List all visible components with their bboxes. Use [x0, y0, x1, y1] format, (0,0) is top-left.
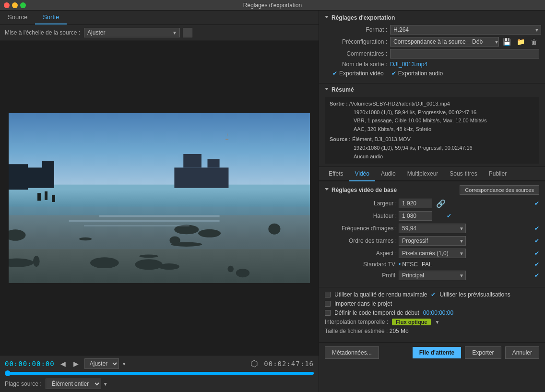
tab-effets[interactable]: Effets	[323, 167, 349, 181]
prev-frame-button[interactable]: ◀	[59, 360, 68, 368]
export-checkboxes: ✔ Exportation vidéo ✔ Exportation audio	[325, 70, 539, 77]
scale-label: Mise à l'échelle de la source :	[5, 29, 80, 36]
video-check-icon: ✔	[332, 70, 337, 77]
action-buttons: Métadonnées... File d'attente Exporter A…	[319, 342, 545, 363]
use-previews-label: Utiliser les prévisualisations	[439, 291, 510, 298]
source-select-wrapper: Élément entier ▼	[46, 379, 108, 389]
bottom-options: Utiliser la qualité de rendu maximale ✔ …	[319, 287, 545, 342]
preconfig-delete-icon[interactable]: 🗑	[529, 38, 539, 46]
framerate-select[interactable]: 59,94	[399, 224, 466, 233]
timeline-thumb[interactable]	[5, 370, 11, 376]
max-render-label: Utiliser la qualité de rendu maximale	[334, 291, 427, 298]
tv-check-icon: ✔	[534, 261, 539, 268]
window-controls[interactable]	[4, 2, 26, 8]
width-check-icon: ✔	[534, 200, 539, 207]
tab-video[interactable]: Vidéo	[349, 167, 375, 181]
queue-button[interactable]: File d'attente	[413, 347, 462, 358]
framerate-row: Fréquence d'images : 59,94 ▼ ✔	[325, 224, 539, 233]
export-audio-check[interactable]: ✔ Exportation audio	[391, 70, 443, 77]
aspect-label: Aspect :	[325, 250, 397, 257]
export-settings-section: Réglages d'exportation Format : H.264 ▼ …	[319, 11, 545, 83]
export-clip-button[interactable]: ⬡	[249, 358, 260, 369]
title-bar: Réglages d'exportation	[0, 0, 545, 11]
fit-select-wrapper: Ajuster ▼	[84, 358, 127, 369]
next-frame-button[interactable]: ▶	[71, 360, 81, 368]
summary-source-line2: 1920x1080 (1,0), 59,94 i/s, Progressif, …	[330, 144, 534, 153]
import-project-row: Importer dans le projet	[325, 300, 539, 307]
audio-check-icon: ✔	[391, 70, 396, 77]
pal-label: PAL	[422, 261, 432, 268]
output-name-value[interactable]: DJI_0013.mp4	[390, 61, 539, 68]
preconfig-select-wrapper: Correspondance à la source – Déb ▼ 💾 📁 🗑	[390, 37, 539, 47]
export-button[interactable]: Exporter	[465, 346, 501, 359]
pal-radio[interactable]: PAL	[422, 261, 432, 268]
interpolation-badge: Flux optique	[392, 319, 431, 325]
format-select-wrapper: H.264 ▼	[390, 25, 539, 35]
scale-row: Mise à l'échelle de la source : Ajuster …	[0, 25, 319, 41]
summary-source-label: Source :	[330, 136, 351, 142]
import-project-checkbox[interactable]	[325, 301, 331, 307]
import-project-label: Importer dans le projet	[334, 300, 392, 307]
tab-audio[interactable]: Audio	[375, 167, 402, 181]
aspect-check-icon: ✔	[534, 250, 539, 257]
summary-output-line2: 1920x1080 (1,0), 59,94 i/s, Progressive,…	[330, 108, 534, 117]
height-label: Hauteur :	[325, 213, 397, 219]
field-order-row: Ordre des trames : Progressif ▼ ✔	[325, 236, 539, 246]
preconfig-save-icon[interactable]: 💾	[501, 38, 513, 46]
timeline-area: 00:00:00:00 ◀ ▶ Ajuster ▼ ⬡ 00:02:47:16	[0, 355, 319, 392]
timeline-scrubber[interactable]	[5, 372, 314, 375]
section-triangle-icon[interactable]	[325, 16, 329, 20]
minimize-button[interactable]	[12, 2, 18, 8]
source-select[interactable]: Élément entier	[46, 379, 101, 389]
tv-radio-group: • NTSC PAL	[399, 261, 432, 268]
summary-source-name: Élément, DJI_0013.MOV	[352, 136, 411, 142]
ntsc-radio[interactable]: • NTSC	[399, 261, 418, 268]
link-dimensions-icon[interactable]: 🔗	[434, 199, 448, 208]
interpolation-arrow-icon[interactable]: ▼	[435, 320, 439, 325]
tab-source[interactable]: Source	[0, 11, 35, 24]
height-input[interactable]	[399, 211, 432, 221]
field-order-select[interactable]: Progressif	[399, 236, 466, 246]
correspondence-button[interactable]: Correspondance des sources	[460, 185, 539, 195]
metadata-button[interactable]: Métadonnées...	[325, 346, 379, 359]
set-timecode-checkbox[interactable]	[325, 310, 331, 316]
tv-standard-row: Standard TV: • NTSC PAL ✔	[325, 261, 539, 268]
field-order-select-wrapper: Progressif ▼	[399, 236, 464, 246]
timecode-end: 00:02:47:16	[264, 360, 314, 368]
close-button[interactable]	[4, 2, 10, 8]
interpolation-row: Interpolation temporelle : Flux optique …	[325, 319, 539, 325]
comments-input[interactable]	[390, 49, 539, 59]
scale-extra-btn[interactable]	[183, 28, 192, 37]
tab-sortie[interactable]: Sortie	[35, 11, 67, 24]
export-audio-label: Exportation audio	[398, 70, 443, 77]
width-input[interactable]	[399, 199, 432, 208]
source-range-label: Plage source :	[5, 380, 42, 387]
summary-output-path: /Volumes/SEBY-HD2/ralenti/DJI_0013.mp4	[349, 101, 450, 107]
summary-output-label: Sortie :	[330, 101, 348, 107]
scale-select[interactable]: Ajuster	[84, 28, 180, 37]
preconfig-import-icon[interactable]: 📁	[515, 38, 527, 46]
summary-triangle-icon[interactable]	[325, 88, 329, 92]
video-triangle-icon[interactable]	[325, 188, 329, 192]
fit-select[interactable]: Ajuster	[84, 358, 119, 369]
set-timecode-label: Définir le code temporel de début	[334, 309, 419, 316]
cancel-button[interactable]: Annuler	[505, 346, 539, 359]
maximize-button[interactable]	[20, 2, 26, 8]
tab-multiplexeur[interactable]: Multiplexeur	[402, 167, 444, 181]
aspect-select[interactable]: Pixels carrés (1,0)	[399, 249, 466, 258]
summary-output-line3: VBR, 1 passage, Cible 10.00 Mbits/s, Max…	[330, 117, 534, 125]
framerate-label: Fréquence d'images :	[325, 225, 397, 232]
tab-publier[interactable]: Publier	[483, 167, 512, 181]
filesize-row: Taille de fichier estimée : 205 Mo	[325, 328, 539, 334]
tab-sous-titres[interactable]: Sous-titres	[444, 167, 483, 181]
output-name-label: Nom de la sortie :	[325, 61, 387, 68]
max-render-checkbox[interactable]	[325, 292, 331, 297]
export-video-check[interactable]: ✔ Exportation vidéo	[332, 70, 384, 77]
format-select[interactable]: H.264	[390, 25, 541, 35]
width-label: Largeur :	[325, 200, 397, 207]
export-settings-title: Réglages d'exportation	[332, 14, 395, 21]
summary-content: Sortie : /Volumes/SEBY-HD2/ralenti/DJI_0…	[325, 97, 539, 164]
ntsc-bullet-icon: •	[399, 261, 401, 268]
profile-select[interactable]: Principal	[399, 271, 466, 280]
preconfig-select[interactable]: Correspondance à la source – Déb	[390, 37, 499, 47]
